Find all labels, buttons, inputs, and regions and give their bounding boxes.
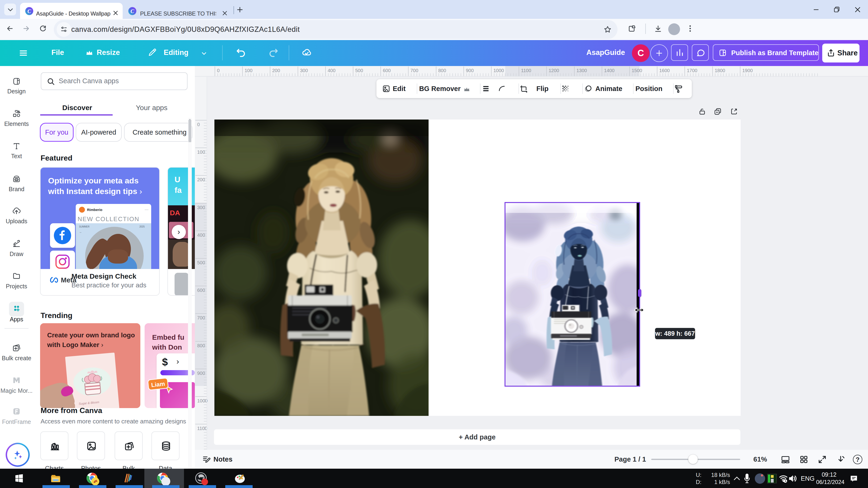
svg-text:CO: CO <box>16 179 18 181</box>
svg-text:C: C <box>130 8 134 14</box>
svg-text:C: C <box>27 8 31 14</box>
